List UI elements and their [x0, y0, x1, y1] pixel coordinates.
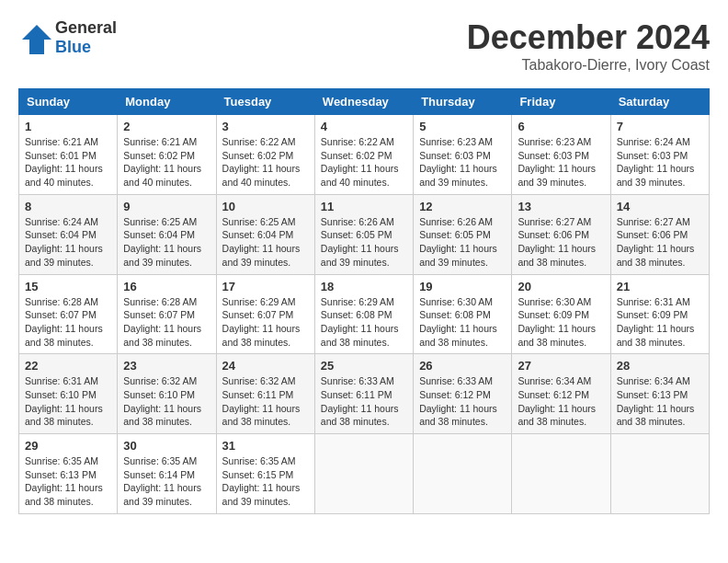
- cell-content: Sunrise: 6:35 AMSunset: 6:13 PMDaylight:…: [25, 455, 103, 507]
- table-row: 26Sunrise: 6:33 AMSunset: 6:12 PMDayligh…: [414, 354, 512, 434]
- day-number: 28: [617, 359, 703, 373]
- logo: General Blue: [18, 18, 117, 57]
- table-row: 18Sunrise: 6:29 AMSunset: 6:08 PMDayligh…: [314, 274, 413, 354]
- calendar-week-row: 1Sunrise: 6:21 AMSunset: 6:01 PMDaylight…: [19, 115, 710, 195]
- table-row: 24Sunrise: 6:32 AMSunset: 6:11 PMDayligh…: [216, 354, 314, 434]
- table-row: 6Sunrise: 6:23 AMSunset: 6:03 PMDaylight…: [512, 115, 610, 195]
- day-number: 18: [321, 280, 407, 293]
- cell-content: Sunrise: 6:27 AMSunset: 6:06 PMDaylight:…: [518, 216, 596, 268]
- day-number: 17: [222, 280, 309, 293]
- cell-content: Sunrise: 6:25 AMSunset: 6:04 PMDaylight:…: [123, 216, 201, 268]
- day-number: 25: [321, 359, 407, 373]
- cell-content: Sunrise: 6:21 AMSunset: 6:02 PMDaylight:…: [123, 136, 201, 188]
- cell-content: Sunrise: 6:23 AMSunset: 6:03 PMDaylight:…: [419, 136, 497, 188]
- table-row: 13Sunrise: 6:27 AMSunset: 6:06 PMDayligh…: [512, 194, 610, 274]
- calendar-table: Sunday Monday Tuesday Wednesday Thursday…: [18, 88, 710, 514]
- table-row: 11Sunrise: 6:26 AMSunset: 6:05 PMDayligh…: [314, 194, 413, 274]
- day-number: 6: [518, 120, 604, 133]
- cell-content: Sunrise: 6:34 AMSunset: 6:13 PMDaylight:…: [617, 375, 695, 427]
- day-number: 11: [321, 200, 407, 213]
- day-number: 31: [222, 439, 309, 453]
- col-friday: Friday: [512, 89, 610, 115]
- day-number: 14: [617, 200, 703, 213]
- day-number: 20: [518, 280, 604, 293]
- cell-content: Sunrise: 6:26 AMSunset: 6:05 PMDaylight:…: [321, 216, 399, 268]
- table-row: [610, 434, 709, 514]
- table-row: 20Sunrise: 6:30 AMSunset: 6:09 PMDayligh…: [512, 274, 610, 354]
- table-row: 5Sunrise: 6:23 AMSunset: 6:03 PMDaylight…: [414, 115, 512, 195]
- table-row: [314, 434, 413, 514]
- table-row: 16Sunrise: 6:28 AMSunset: 6:07 PMDayligh…: [118, 274, 216, 354]
- calendar-week-row: 8Sunrise: 6:24 AMSunset: 6:04 PMDaylight…: [19, 194, 710, 274]
- table-row: 22Sunrise: 6:31 AMSunset: 6:10 PMDayligh…: [19, 354, 118, 434]
- table-row: 9Sunrise: 6:25 AMSunset: 6:04 PMDaylight…: [118, 194, 216, 274]
- day-number: 29: [25, 439, 111, 453]
- day-number: 23: [123, 359, 210, 373]
- col-wednesday: Wednesday: [314, 89, 413, 115]
- cell-content: Sunrise: 6:30 AMSunset: 6:08 PMDaylight:…: [419, 296, 497, 348]
- cell-content: Sunrise: 6:29 AMSunset: 6:07 PMDaylight:…: [222, 296, 301, 348]
- table-row: 12Sunrise: 6:26 AMSunset: 6:05 PMDayligh…: [414, 194, 512, 274]
- col-thursday: Thursday: [414, 89, 512, 115]
- col-monday: Monday: [118, 89, 216, 115]
- table-row: 29Sunrise: 6:35 AMSunset: 6:13 PMDayligh…: [19, 434, 118, 514]
- day-number: 24: [222, 359, 309, 373]
- cell-content: Sunrise: 6:35 AMSunset: 6:15 PMDaylight:…: [222, 455, 301, 507]
- table-row: 7Sunrise: 6:24 AMSunset: 6:03 PMDaylight…: [610, 115, 709, 195]
- table-row: 15Sunrise: 6:28 AMSunset: 6:07 PMDayligh…: [19, 274, 118, 354]
- day-number: 30: [123, 439, 210, 453]
- day-number: 1: [25, 120, 111, 133]
- day-number: 4: [321, 120, 407, 133]
- logo-general: General: [55, 18, 117, 37]
- calendar-week-row: 22Sunrise: 6:31 AMSunset: 6:10 PMDayligh…: [19, 354, 710, 434]
- calendar-week-row: 15Sunrise: 6:28 AMSunset: 6:07 PMDayligh…: [19, 274, 710, 354]
- cell-content: Sunrise: 6:21 AMSunset: 6:01 PMDaylight:…: [25, 136, 103, 188]
- table-row: 21Sunrise: 6:31 AMSunset: 6:09 PMDayligh…: [610, 274, 709, 354]
- table-row: 2Sunrise: 6:21 AMSunset: 6:02 PMDaylight…: [118, 115, 216, 195]
- table-row: [414, 434, 512, 514]
- calendar-week-row: 29Sunrise: 6:35 AMSunset: 6:13 PMDayligh…: [19, 434, 710, 514]
- col-sunday: Sunday: [19, 89, 118, 115]
- cell-content: Sunrise: 6:32 AMSunset: 6:11 PMDaylight:…: [222, 375, 301, 427]
- table-row: 27Sunrise: 6:34 AMSunset: 6:12 PMDayligh…: [512, 354, 610, 434]
- cell-content: Sunrise: 6:31 AMSunset: 6:09 PMDaylight:…: [617, 296, 695, 348]
- cell-content: Sunrise: 6:31 AMSunset: 6:10 PMDaylight:…: [25, 375, 103, 427]
- table-row: 17Sunrise: 6:29 AMSunset: 6:07 PMDayligh…: [216, 274, 314, 354]
- day-number: 27: [518, 359, 604, 373]
- cell-content: Sunrise: 6:23 AMSunset: 6:03 PMDaylight:…: [518, 136, 596, 188]
- cell-content: Sunrise: 6:33 AMSunset: 6:11 PMDaylight:…: [321, 375, 399, 427]
- cell-content: Sunrise: 6:28 AMSunset: 6:07 PMDaylight:…: [25, 296, 103, 348]
- day-number: 7: [617, 120, 703, 133]
- title-area: December 2024 Tabakoro-Dierre, Ivory Coa…: [467, 18, 710, 74]
- cell-content: Sunrise: 6:28 AMSunset: 6:07 PMDaylight:…: [123, 296, 201, 348]
- day-number: 12: [419, 200, 506, 213]
- day-number: 15: [25, 280, 111, 293]
- cell-content: Sunrise: 6:22 AMSunset: 6:02 PMDaylight:…: [222, 136, 301, 188]
- day-number: 26: [419, 359, 506, 373]
- day-number: 2: [123, 120, 210, 133]
- table-row: 14Sunrise: 6:27 AMSunset: 6:06 PMDayligh…: [610, 194, 709, 274]
- table-row: [512, 434, 610, 514]
- cell-content: Sunrise: 6:34 AMSunset: 6:12 PMDaylight:…: [518, 375, 596, 427]
- month-title: December 2024: [467, 18, 710, 57]
- table-row: 1Sunrise: 6:21 AMSunset: 6:01 PMDaylight…: [19, 115, 118, 195]
- logo-icon: [18, 21, 51, 54]
- day-number: 9: [123, 200, 210, 213]
- page-header: General Blue December 2024 Tabakoro-Dier…: [18, 18, 710, 74]
- table-row: 8Sunrise: 6:24 AMSunset: 6:04 PMDaylight…: [19, 194, 118, 274]
- calendar-header-row: Sunday Monday Tuesday Wednesday Thursday…: [19, 89, 710, 115]
- day-number: 10: [222, 200, 309, 213]
- table-row: 4Sunrise: 6:22 AMSunset: 6:02 PMDaylight…: [314, 115, 413, 195]
- table-row: 23Sunrise: 6:32 AMSunset: 6:10 PMDayligh…: [118, 354, 216, 434]
- cell-content: Sunrise: 6:22 AMSunset: 6:02 PMDaylight:…: [321, 136, 399, 188]
- day-number: 3: [222, 120, 309, 133]
- cell-content: Sunrise: 6:24 AMSunset: 6:04 PMDaylight:…: [25, 216, 103, 268]
- col-tuesday: Tuesday: [216, 89, 314, 115]
- cell-content: Sunrise: 6:29 AMSunset: 6:08 PMDaylight:…: [321, 296, 399, 348]
- table-row: 10Sunrise: 6:25 AMSunset: 6:04 PMDayligh…: [216, 194, 314, 274]
- day-number: 8: [25, 200, 111, 213]
- table-row: 28Sunrise: 6:34 AMSunset: 6:13 PMDayligh…: [610, 354, 709, 434]
- logo-blue: Blue: [55, 38, 91, 56]
- location-title: Tabakoro-Dierre, Ivory Coast: [467, 57, 710, 74]
- table-row: 25Sunrise: 6:33 AMSunset: 6:11 PMDayligh…: [314, 354, 413, 434]
